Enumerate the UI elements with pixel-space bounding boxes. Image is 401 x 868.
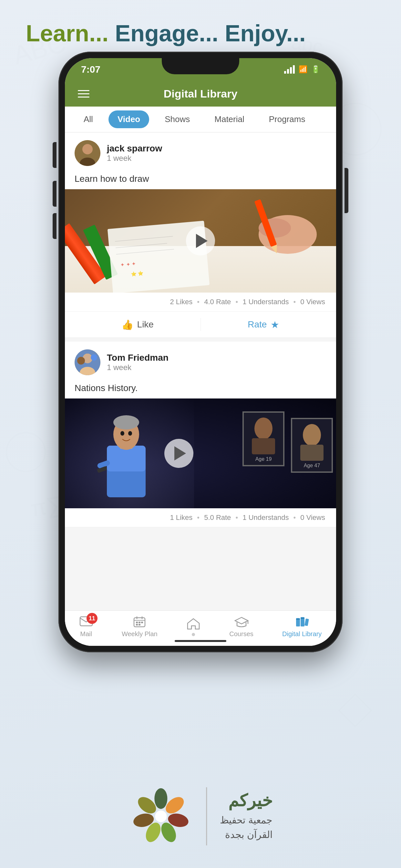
footer-org-name: خيركم (220, 791, 272, 810)
page-tagline: Learn... Engage... Enjoy... (26, 20, 306, 47)
nav-item-weekly-plan[interactable]: Weekly Plan (122, 616, 158, 638)
svg-line-15 (115, 237, 173, 242)
footer-logo (128, 784, 193, 848)
rate-count-1: 4.0 Rate (204, 298, 231, 306)
svg-point-25 (91, 354, 97, 361)
nav-header: Digital Library (65, 81, 336, 106)
mail-badge: 11 (87, 613, 97, 624)
graduation-icon (235, 616, 249, 628)
tab-material[interactable]: Material (205, 111, 253, 128)
rate-button-1[interactable]: Rate ★ (201, 319, 327, 330)
nav-label-courses: Courses (229, 630, 253, 638)
svg-point-24 (77, 357, 85, 365)
post-title-2: Nations History. (65, 383, 336, 399)
like-label-1: Like (137, 319, 154, 330)
svg-line-17 (116, 249, 174, 254)
rate-count-2: 5.0 Rate (204, 514, 231, 522)
battery-icon: 🔋 (311, 65, 320, 73)
svg-point-9 (82, 144, 93, 154)
svg-rect-44 (136, 622, 138, 623)
nav-item-home[interactable] (186, 617, 201, 636)
post-time-1: 1 week (107, 154, 327, 163)
books-icon (295, 616, 309, 628)
svg-rect-48 (138, 624, 141, 625)
tab-programs[interactable]: Programs (260, 111, 314, 128)
svg-point-62 (155, 810, 166, 822)
stats-row-2: 1 Likes • 5.0 Rate • 1 Understands • 0 V… (65, 508, 336, 527)
avatar-tom (74, 349, 100, 375)
hamburger-menu[interactable] (78, 90, 89, 97)
post-card-2: Tom Friedman 1 week Nations History. (65, 342, 336, 527)
status-icons: 📶 🔋 (284, 65, 320, 73)
footer-divider (206, 787, 207, 845)
filter-tabs: All Video Shows Material Programs (65, 106, 336, 132)
nav-item-courses[interactable]: Courses (229, 616, 253, 638)
nav-item-mail[interactable]: 11 Mail (80, 616, 93, 638)
video-thumb-2[interactable]: Age 19 Age 47 (65, 399, 336, 508)
star-icon: ★ (271, 319, 279, 330)
post-title-1: Learn how to draw (65, 174, 336, 189)
nav-label-weekly-plan: Weekly Plan (122, 630, 158, 638)
like-button-1[interactable]: 👍 Like (74, 319, 201, 330)
play-button-1[interactable] (186, 226, 215, 255)
understands-count-1: 1 Understands (243, 298, 289, 306)
home-indicator (175, 640, 226, 642)
calendar-icon (133, 616, 146, 628)
svg-point-32 (128, 431, 132, 436)
svg-rect-47 (136, 624, 138, 625)
likes-count-1: 2 Likes (170, 298, 193, 306)
post-author-2: Tom Friedman (107, 352, 327, 363)
nav-item-digital-library[interactable]: Digital Library (282, 616, 321, 638)
home-icon (186, 617, 201, 630)
svg-rect-52 (305, 618, 309, 626)
svg-rect-46 (141, 622, 143, 623)
tab-shows[interactable]: Shows (156, 111, 199, 128)
post-meta-2: Tom Friedman 1 week (107, 352, 327, 372)
svg-rect-36 (252, 438, 275, 454)
post-time-2: 1 week (107, 363, 327, 372)
post-card-1: jack sparrow 1 week Learn how to draw (65, 132, 336, 338)
nav-label-digital-library: Digital Library (282, 630, 321, 638)
phone-notch (162, 58, 239, 74)
status-time: 7:07 (81, 64, 100, 75)
video-thumb-1[interactable]: ✦ ✦ ✦ ⭐ ⭐ (65, 189, 336, 292)
tab-all[interactable]: All (74, 111, 102, 128)
phone-screen: 7:07 📶 🔋 Digital Library (65, 58, 336, 646)
svg-point-55 (154, 788, 167, 809)
svg-text:✦ ✦ ✦: ✦ ✦ ✦ (120, 261, 136, 268)
content-area: jack sparrow 1 week Learn how to draw (65, 132, 336, 610)
views-count-1: 0 Views (300, 298, 325, 306)
phone-frame: 7:07 📶 🔋 Digital Library (58, 52, 343, 652)
nav-title: Digital Library (164, 88, 238, 100)
avatar-jack (74, 140, 100, 166)
post-author-1: jack sparrow (107, 144, 327, 154)
phone-mockup: 7:07 📶 🔋 Digital Library (58, 52, 343, 652)
tagline-rest: Engage... Enjoy... (115, 20, 306, 46)
svg-rect-45 (138, 622, 141, 623)
post-meta-1: jack sparrow 1 week (107, 144, 327, 163)
svg-point-37 (303, 424, 321, 446)
rate-label-1: Rate (248, 319, 267, 330)
thumb-icon: 👍 (121, 319, 133, 330)
play-button-2[interactable] (164, 439, 193, 468)
svg-rect-54 (301, 618, 305, 619)
post-header-1: jack sparrow 1 week (65, 132, 336, 174)
svg-text:⭐ ⭐: ⭐ ⭐ (131, 270, 144, 277)
footer-org-sub: جمعية تحفيظ القرآن بجدة (220, 813, 272, 842)
tab-video[interactable]: Video (109, 111, 149, 128)
views-count-2: 0 Views (300, 514, 325, 522)
home-dot (192, 633, 195, 636)
tagline-learn: Learn... (26, 20, 109, 46)
page-footer: خيركم جمعية تحفيظ القرآن بجدة (128, 784, 272, 848)
action-row-1: 👍 Like Rate ★ (65, 312, 336, 338)
likes-count-2: 1 Likes (170, 514, 193, 522)
svg-point-30 (113, 415, 139, 430)
svg-point-31 (120, 431, 124, 436)
nav-label-mail: Mail (80, 630, 92, 638)
understands-count-2: 1 Understands (243, 514, 289, 522)
wifi-icon: 📶 (299, 65, 307, 73)
svg-line-16 (116, 244, 167, 248)
svg-rect-53 (296, 619, 300, 620)
signal-icon (284, 65, 295, 73)
stats-row-1: 2 Likes • 4.0 Rate • 1 Understands • 0 V… (65, 292, 336, 312)
